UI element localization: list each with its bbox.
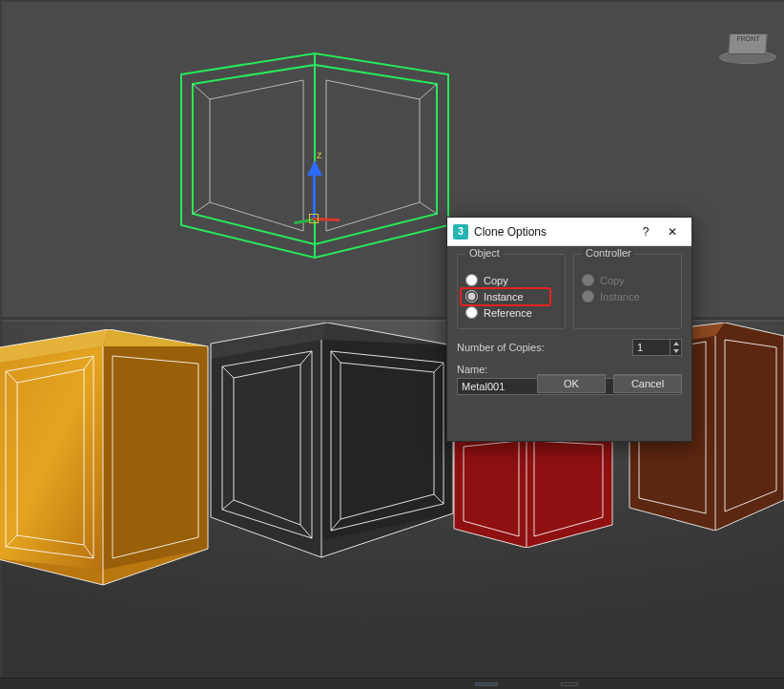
cancel-button[interactable]: Cancel (613, 374, 682, 393)
crate-red-svg (450, 437, 631, 548)
controller-instance-radio-input (582, 290, 594, 303)
view-cube-face[interactable]: FRONT (728, 33, 768, 54)
name-label: Name: (457, 364, 487, 375)
object-instance-radio[interactable]: Instance (465, 288, 557, 304)
object-reference-label: Reference (484, 307, 532, 319)
viewport-border (0, 0, 784, 2)
help-icon: ? (643, 225, 650, 239)
object-copy-radio[interactable]: Copy (465, 272, 557, 288)
controller-group: Controller Copy Instance (573, 254, 682, 329)
svg-marker-5 (326, 80, 420, 231)
close-icon: ✕ (668, 225, 677, 239)
object-instance-radio-input[interactable] (465, 290, 478, 303)
help-button[interactable]: ? (632, 219, 659, 244)
dialog-body: Object Copy Instance Reference Controlle… (447, 246, 691, 401)
crate-orange[interactable] (0, 329, 214, 587)
controller-instance-radio: Instance (582, 288, 673, 304)
timeline-segment[interactable] (561, 682, 578, 686)
dialog-title: Clone Options (474, 225, 632, 239)
controller-instance-label: Instance (600, 291, 640, 303)
crate-dark-svg (205, 323, 461, 561)
copies-spinner-arrows[interactable] (670, 340, 681, 355)
timeline-bar[interactable] (0, 678, 784, 689)
object-copy-label: Copy (484, 275, 508, 286)
object-group: Object Copy Instance Reference (457, 254, 566, 329)
copies-spinner-up[interactable] (670, 340, 681, 347)
svg-marker-14 (103, 346, 208, 570)
timeline-segment[interactable] (475, 682, 498, 686)
view-cube-face-label: FRONT (736, 35, 760, 42)
copies-spinner[interactable]: 1 (632, 339, 682, 356)
object-copy-radio-input[interactable] (465, 274, 478, 286)
clone-options-dialog[interactable]: 3 Clone Options ? ✕ Object Copy Instance (446, 217, 692, 442)
crate-orange-svg (0, 329, 214, 587)
ok-button[interactable]: OK (537, 374, 606, 393)
svg-marker-2 (193, 65, 315, 244)
crate-red[interactable] (450, 437, 631, 548)
cancel-button-label: Cancel (631, 378, 664, 389)
view-cube[interactable]: FRONT (719, 33, 776, 72)
svg-marker-53 (673, 342, 679, 345)
object-reference-radio-input[interactable] (465, 306, 478, 319)
object-reference-radio[interactable]: Reference (465, 304, 557, 321)
svg-marker-3 (315, 65, 437, 244)
crate-dark[interactable] (205, 323, 461, 561)
svg-line-8 (420, 84, 437, 99)
crate-selected-svg (172, 46, 458, 265)
app-icon-text: 3 (458, 226, 464, 237)
copies-label: Number of Copies: (457, 342, 627, 353)
crate-selected[interactable] (172, 46, 458, 265)
copies-value: 1 (633, 340, 670, 355)
close-button[interactable]: ✕ (659, 219, 686, 244)
app-icon: 3 (453, 224, 468, 240)
dialog-titlebar[interactable]: 3 Clone Options ? ✕ (447, 218, 691, 246)
svg-line-9 (420, 202, 437, 214)
object-group-legend: Object (465, 247, 504, 259)
svg-marker-54 (673, 349, 679, 353)
svg-marker-13 (0, 346, 103, 570)
svg-line-6 (193, 84, 210, 99)
svg-marker-4 (210, 80, 303, 231)
controller-copy-label: Copy (600, 275, 625, 286)
controller-group-legend: Controller (582, 247, 635, 259)
controller-copy-radio: Copy (582, 272, 673, 288)
object-instance-label: Instance (484, 291, 524, 303)
copies-spinner-down[interactable] (670, 347, 681, 355)
controller-copy-radio-input (582, 274, 594, 286)
svg-line-7 (193, 202, 210, 214)
copies-row: Number of Copies: 1 (457, 339, 682, 356)
svg-marker-27 (321, 340, 453, 540)
ok-button-label: OK (564, 378, 579, 389)
